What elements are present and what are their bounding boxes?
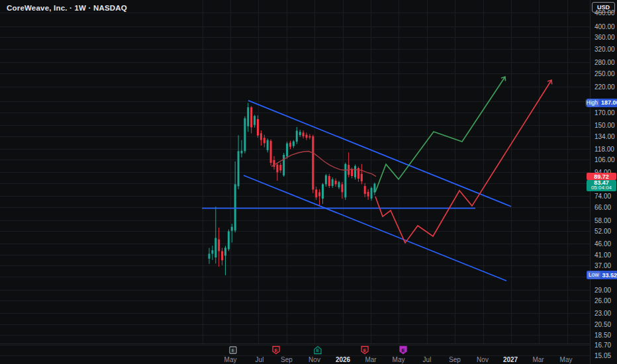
candle [250, 106, 252, 133]
time-tick-month-label: Sep [281, 356, 293, 363]
candle-body [312, 136, 314, 190]
candle-body [286, 144, 288, 157]
price-tick-label: 360.00 [594, 34, 615, 41]
price-tick-label: 46.00 [594, 240, 611, 248]
price-tick-label: 58.00 [594, 217, 611, 224]
candle-body [221, 251, 223, 260]
candle [357, 167, 359, 182]
last-price-badge: 83.47 05:04:04 [587, 180, 616, 191]
candle-body [260, 133, 262, 140]
earnings-icon: E [360, 345, 369, 355]
grid-lines [0, 0, 590, 356]
price-tick-label: 18.50 [594, 332, 611, 339]
candle [247, 103, 249, 132]
price-tick-label: 37.00 [594, 262, 611, 269]
time-tick-month-label: Jul [423, 356, 432, 363]
symbol-title[interactable]: CoreWeave, Inc. · 1W · NASDAQ [7, 4, 127, 12]
earnings-icon-letter: E [401, 347, 404, 353]
candle-body [263, 138, 265, 143]
price-tick-label: 26.00 [594, 297, 611, 304]
candle-body [325, 175, 327, 184]
earnings-marker-icon[interactable]: E [271, 345, 281, 355]
time-tick-month-label: May [393, 356, 405, 363]
candle [221, 248, 223, 265]
candle-body [224, 248, 226, 255]
candle-body [209, 253, 211, 258]
candle [238, 135, 240, 189]
time-tick-month-label: Sep [449, 356, 461, 363]
candle-body [318, 192, 320, 196]
price-tick-label: 220.00 [594, 83, 615, 91]
price-tick-label: 29.00 [594, 287, 611, 294]
candle [209, 248, 211, 264]
candle-body [322, 184, 324, 199]
time-tick-month-label: May [560, 356, 573, 363]
candle [267, 138, 269, 152]
candle [348, 152, 350, 177]
candle-body [234, 184, 236, 230]
candle-body [218, 240, 220, 251]
low-badge-label: Low [587, 271, 600, 279]
candle [270, 139, 272, 165]
price-tick-label: 16.70 [594, 341, 611, 349]
candle-body [238, 151, 240, 186]
earnings-marker-icon[interactable]: E [228, 345, 238, 355]
candle [373, 183, 375, 195]
high-badge-label: High [585, 99, 599, 107]
price-tick-label: 52.00 [594, 228, 611, 235]
chart-surface[interactable] [0, 0, 617, 364]
candle-body [241, 151, 243, 154]
earnings-marker-icon[interactable]: E [313, 345, 322, 355]
candle [318, 189, 320, 206]
candle-body [270, 141, 272, 163]
candle [228, 230, 230, 251]
time-tick-month-label: Nov [477, 356, 489, 363]
candle [322, 183, 324, 205]
time-tick-month-label: Mar [532, 356, 544, 363]
candle-body [247, 107, 249, 126]
candle [299, 130, 301, 137]
candle-body [341, 184, 343, 192]
candle [293, 140, 295, 148]
candle [241, 140, 243, 158]
candle [306, 132, 308, 140]
candle [344, 163, 346, 200]
candle-body [306, 135, 308, 138]
earnings-marker-icon[interactable]: E [399, 345, 408, 355]
high-badge-value: 187.00 [601, 99, 617, 106]
price-tick-label: 118.00 [594, 146, 614, 153]
earnings-marker-icon[interactable]: E [360, 345, 369, 355]
price-tick-label: 400.00 [594, 23, 615, 30]
candle [303, 130, 305, 138]
candle-body [231, 227, 233, 231]
candle-body [332, 179, 334, 186]
price-tick-label: 41.00 [594, 251, 611, 259]
candle-body [308, 136, 310, 138]
candle [367, 189, 369, 200]
time-axis[interactable]: MayJulSepNov2026MarMayJulSepNov2027MarMa… [0, 343, 590, 364]
time-tick-month-label: Jul [256, 356, 264, 363]
candle-body [364, 186, 366, 194]
earnings-icon: E [228, 345, 238, 355]
candle-body [296, 131, 298, 142]
candle [315, 187, 317, 200]
candle [244, 116, 246, 154]
candle-body [289, 143, 291, 147]
candle-body [283, 155, 285, 175]
candle [364, 183, 366, 197]
candle [371, 187, 373, 201]
candle [325, 174, 327, 187]
earnings-icon: E [313, 345, 322, 355]
candle-body [344, 164, 346, 197]
time-tick-year-label: 2026 [336, 356, 350, 363]
price-tick-label: 320.00 [594, 46, 615, 53]
candle-body [211, 250, 213, 253]
candle [308, 134, 310, 140]
price-tick-label: 280.00 [594, 59, 615, 66]
candle [279, 163, 281, 173]
bearish-projection-path[interactable] [375, 80, 551, 243]
bullish-projection-path[interactable] [375, 77, 505, 192]
candle [361, 164, 363, 185]
time-tick-month-label: May [224, 356, 237, 363]
price-tick-label: 170.00 [594, 109, 615, 116]
